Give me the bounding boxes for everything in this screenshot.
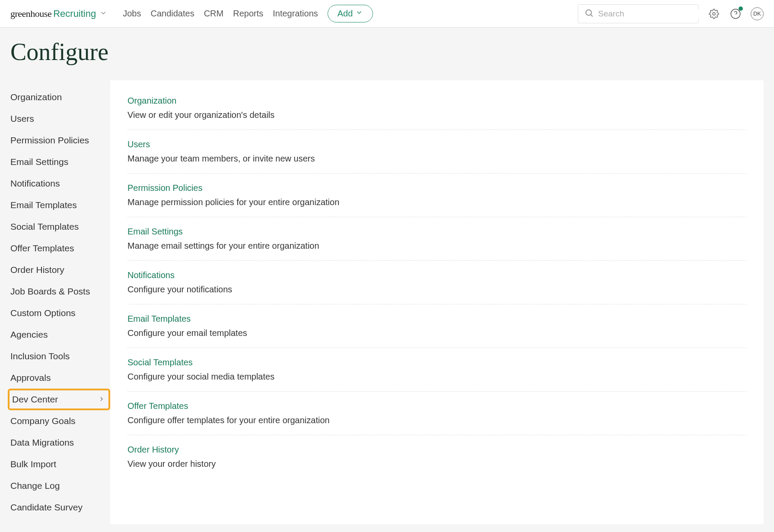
sidebar-item-label: Email Templates — [10, 200, 77, 210]
sidebar-item-label: Data Migrations — [10, 437, 74, 448]
sidebar-item-order-history[interactable]: Order History — [10, 259, 110, 281]
nav-candidates[interactable]: Candidates — [150, 9, 194, 19]
sidebar-item-label: Change Log — [10, 481, 60, 491]
avatar[interactable]: DK — [751, 7, 764, 20]
content-row-title[interactable]: Offer Templates — [127, 401, 746, 411]
sidebar-item-label: Organization — [10, 92, 62, 102]
sidebar-item-label: Custom Options — [10, 308, 76, 318]
add-button-label: Add — [338, 9, 353, 19]
sidebar-item-label: Offer Templates — [10, 243, 74, 253]
sidebar-item-label: Approvals — [10, 373, 51, 383]
sidebar-item-permission-policies[interactable]: Permission Policies — [10, 130, 110, 151]
sidebar-item-label: Email Settings — [10, 157, 68, 167]
content-row-users: UsersManage your team members, or invite… — [127, 130, 746, 174]
content-row-title[interactable]: Email Templates — [127, 314, 746, 324]
nav-crm[interactable]: CRM — [204, 9, 224, 19]
sidebar-item-label: Job Boards & Posts — [10, 286, 90, 297]
logo-text-part2: Recruiting — [53, 8, 96, 19]
content-row-organization: OrganizationView or edit your organizati… — [127, 94, 746, 130]
logo[interactable]: greenhouse Recruiting — [10, 8, 107, 19]
content-row-notifications: NotificationsConfigure your notification… — [127, 261, 746, 304]
sidebar-item-inclusion-tools[interactable]: Inclusion Tools — [10, 345, 110, 367]
content-row-permission-policies: Permission PoliciesManage permission pol… — [127, 174, 746, 217]
content-row-desc: Manage permission policies for your enti… — [127, 197, 746, 207]
chevron-down-icon[interactable] — [99, 8, 107, 19]
sidebar-item-email-settings[interactable]: Email Settings — [10, 151, 110, 173]
content-row-title[interactable]: Notifications — [127, 270, 746, 280]
sidebar-item-label: Company Goals — [10, 416, 76, 426]
sidebar-item-offer-templates[interactable]: Offer Templates — [10, 238, 110, 259]
content-row-desc: Manage your team members, or invite new … — [127, 154, 746, 164]
content-row-title[interactable]: Permission Policies — [127, 183, 746, 193]
svg-point-2 — [713, 13, 715, 15]
nav-jobs[interactable]: Jobs — [123, 9, 141, 19]
settings-icon[interactable] — [707, 7, 720, 20]
sidebar-item-label: Bulk Import — [10, 459, 56, 469]
content-row-desc: Configure your notifications — [127, 285, 746, 294]
nav-integrations[interactable]: Integrations — [273, 9, 318, 19]
sidebar-item-label: Order History — [10, 265, 64, 275]
chevron-right-icon — [98, 394, 105, 405]
logo-text-part1: greenhouse — [10, 8, 51, 19]
sidebar-item-label: Candidate Survey — [10, 502, 83, 513]
svg-point-0 — [586, 10, 592, 15]
nav-links: Jobs Candidates CRM Reports Integrations — [123, 9, 318, 19]
sidebar-item-organization[interactable]: Organization — [10, 86, 110, 108]
sidebar-item-data-migrations[interactable]: Data Migrations — [10, 432, 110, 453]
sidebar-item-email-templates[interactable]: Email Templates — [10, 194, 110, 216]
content-row-title[interactable]: Order History — [127, 445, 746, 455]
chevron-down-icon — [355, 9, 363, 19]
content-row-title[interactable]: Organization — [127, 96, 746, 106]
sidebar-item-label: Dev Center — [12, 394, 58, 405]
content-row-social-templates: Social TemplatesConfigure your social me… — [127, 348, 746, 392]
content-row-title[interactable]: Users — [127, 139, 746, 149]
content-row-offer-templates: Offer TemplatesConfigure offer templates… — [127, 392, 746, 435]
search-container[interactable] — [578, 4, 699, 23]
content-row-desc: Manage email settings for your entire or… — [127, 241, 746, 251]
help-icon[interactable] — [729, 7, 742, 20]
sidebar-item-notifications[interactable]: Notifications — [10, 173, 110, 194]
header: greenhouse Recruiting Jobs Candidates CR… — [0, 0, 774, 28]
nav-reports[interactable]: Reports — [233, 9, 263, 19]
sidebar-item-change-log[interactable]: Change Log — [10, 475, 110, 497]
content-row-email-templates: Email TemplatesConfigure your email temp… — [127, 304, 746, 348]
add-button[interactable]: Add — [328, 5, 373, 22]
sidebar-item-label: Social Templates — [10, 222, 79, 232]
content-row-email-settings: Email SettingsManage email settings for … — [127, 217, 746, 261]
sidebar: OrganizationUsersPermission PoliciesEmai… — [0, 80, 110, 524]
sidebar-item-label: Inclusion Tools — [10, 351, 70, 361]
content-row-title[interactable]: Email Settings — [127, 227, 746, 237]
header-right: DK — [578, 4, 764, 23]
content-row-title[interactable]: Social Templates — [127, 358, 746, 367]
main-container: OrganizationUsersPermission PoliciesEmai… — [0, 80, 774, 532]
sidebar-item-agencies[interactable]: Agencies — [10, 324, 110, 345]
content-row-desc: Configure your social media templates — [127, 372, 746, 382]
sidebar-item-social-templates[interactable]: Social Templates — [10, 216, 110, 238]
content-row-desc: View your order history — [127, 459, 746, 469]
page-title: Configure — [0, 28, 774, 80]
sidebar-item-label: Agencies — [10, 329, 48, 340]
sidebar-item-custom-options[interactable]: Custom Options — [10, 302, 110, 324]
search-icon — [584, 8, 594, 19]
svg-point-3 — [731, 9, 740, 19]
avatar-initials: DK — [753, 10, 761, 17]
svg-line-1 — [591, 15, 592, 16]
sidebar-item-approvals[interactable]: Approvals — [10, 367, 110, 389]
sidebar-item-label: Users — [10, 114, 34, 124]
sidebar-item-label: Permission Policies — [10, 135, 89, 146]
content: OrganizationView or edit your organizati… — [110, 80, 764, 524]
notification-badge — [739, 6, 743, 11]
content-row-desc: Configure offer templates for your entir… — [127, 415, 746, 425]
sidebar-item-label: Notifications — [10, 178, 60, 189]
search-input[interactable] — [598, 9, 701, 19]
sidebar-item-bulk-import[interactable]: Bulk Import — [10, 453, 110, 475]
sidebar-item-users[interactable]: Users — [10, 108, 110, 130]
content-row-order-history: Order HistoryView your order history — [127, 435, 746, 478]
content-row-desc: View or edit your organization's details — [127, 110, 746, 120]
sidebar-item-candidate-survey[interactable]: Candidate Survey — [10, 497, 110, 518]
sidebar-item-company-goals[interactable]: Company Goals — [10, 410, 110, 432]
sidebar-item-dev-center[interactable]: Dev Center — [8, 389, 110, 410]
content-row-desc: Configure your email templates — [127, 328, 746, 338]
sidebar-item-job-boards-posts[interactable]: Job Boards & Posts — [10, 281, 110, 302]
